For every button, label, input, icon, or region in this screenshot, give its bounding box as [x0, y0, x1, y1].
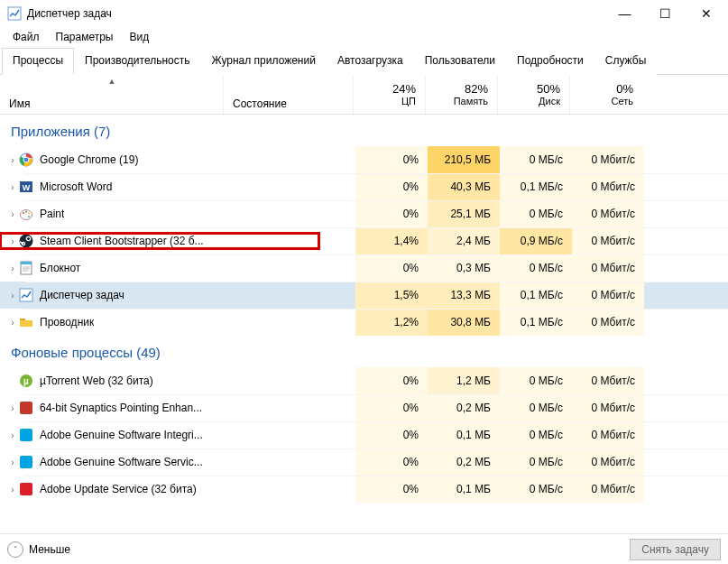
taskmgr-icon: [18, 287, 34, 303]
fewer-details-button[interactable]: ˄ Меньше: [7, 541, 70, 558]
cpu-value: 0%: [355, 476, 428, 503]
tabs: ПроцессыПроизводительностьЖурнал приложе…: [0, 47, 728, 75]
menu-view[interactable]: Вид: [122, 29, 156, 45]
process-list[interactable]: Приложения (7)›Google Chrome (19)0%210,5…: [0, 115, 728, 533]
tab-службы[interactable]: Службы: [594, 48, 657, 75]
process-name-cell: ›Paint: [0, 206, 319, 222]
col-network[interactable]: 0% Сеть: [570, 75, 642, 114]
process-row[interactable]: ›Steam Client Bootstrapper (32 б...1,4%2…: [0, 227, 728, 254]
process-name-cell: ›Google Chrome (19): [0, 152, 319, 168]
process-row[interactable]: µµTorrent Web (32 бита)0%1,2 МБ0 МБ/с0 М…: [0, 367, 728, 394]
process-name: Paint: [40, 208, 64, 220]
process-name: Adobe Update Service (32 бита): [40, 483, 197, 495]
expand-chevron-icon[interactable]: ›: [0, 318, 18, 328]
process-row[interactable]: ›WMicrosoft Word0%40,3 МБ0,1 МБ/с0 Мбит/…: [0, 173, 728, 200]
disk-value: 0,1 МБ/с: [500, 282, 572, 309]
menu-options[interactable]: Параметры: [49, 29, 121, 45]
col-status[interactable]: Состояние: [224, 75, 354, 114]
expand-chevron-icon[interactable]: ›: [0, 291, 18, 300]
svg-rect-21: [20, 319, 25, 320]
memory-value: 0,1 МБ: [428, 421, 500, 448]
network-value: 0 Мбит/с: [572, 367, 644, 394]
process-row[interactable]: ›Paint0%25,1 МБ0 МБ/с0 Мбит/с: [0, 200, 728, 227]
memory-percent: 82%: [465, 82, 488, 96]
tab-подробности[interactable]: Подробности: [506, 48, 594, 75]
process-row[interactable]: ›Adobe Update Service (32 бита)0%0,1 МБ0…: [0, 476, 728, 503]
adobe-icon: [18, 427, 34, 443]
disk-value: 0,1 МБ/с: [500, 309, 572, 336]
disk-value: 0 МБ/с: [500, 421, 572, 448]
process-row[interactable]: ›Проводник1,2%30,8 МБ0,1 МБ/с0 Мбит/с: [0, 309, 728, 336]
network-value: 0 Мбит/с: [572, 394, 644, 421]
expand-chevron-icon[interactable]: ›: [0, 403, 18, 413]
svg-text:µ: µ: [23, 376, 29, 386]
svg-rect-0: [8, 7, 21, 20]
memory-value: 30,8 МБ: [428, 309, 500, 336]
cpu-value: 1,4%: [355, 227, 428, 254]
adobered-icon: [18, 481, 34, 497]
col-disk[interactable]: 50% Диск: [498, 75, 570, 114]
memory-value: 0,1 МБ: [428, 476, 500, 503]
minimize-button[interactable]: —: [604, 1, 645, 26]
col-cpu[interactable]: 24% ЦП: [354, 75, 426, 114]
menubar: Файл Параметры Вид: [0, 27, 728, 47]
end-task-button[interactable]: Снять задачу: [630, 539, 721, 560]
disk-value: 0 МБ/с: [500, 394, 572, 421]
expand-chevron-icon[interactable]: ›: [0, 458, 18, 467]
process-name: Google Chrome (19): [40, 153, 138, 166]
sort-indicator-icon: ▲: [103, 77, 121, 86]
process-name: Adobe Genuine Software Servic...: [40, 456, 203, 468]
expand-chevron-icon[interactable]: ›: [0, 209, 18, 219]
process-row[interactable]: ›Adobe Genuine Software Integri...0%0,1 …: [0, 421, 728, 448]
col-name[interactable]: ▲ Имя: [0, 75, 224, 114]
explorer-icon: [18, 314, 34, 330]
disk-value: 0 МБ/с: [500, 254, 572, 282]
disk-value: 0 МБ/с: [500, 146, 572, 173]
group-heading: Приложения (7): [0, 115, 728, 146]
tab-пользователи[interactable]: Пользователи: [414, 48, 506, 75]
fewer-details-label: Меньше: [29, 543, 70, 556]
svg-rect-26: [20, 456, 32, 468]
tab-журнал приложений[interactable]: Журнал приложений: [201, 48, 327, 75]
svg-point-3: [23, 157, 29, 162]
process-name: µTorrent Web (32 бита): [40, 374, 153, 387]
expand-chevron-icon[interactable]: ›: [0, 182, 18, 192]
cpu-percent: 24%: [392, 82, 416, 96]
menu-file[interactable]: Файл: [5, 29, 47, 45]
process-name: Adobe Genuine Software Integri...: [40, 429, 203, 441]
expand-chevron-icon[interactable]: ›: [0, 155, 18, 165]
maximize-button[interactable]: ☐: [645, 1, 686, 26]
disk-label: Диск: [539, 96, 560, 106]
memory-label: Память: [454, 96, 488, 106]
svg-point-11: [20, 235, 33, 248]
expand-chevron-icon[interactable]: ›: [0, 430, 18, 440]
svg-point-9: [28, 212, 30, 214]
col-memory[interactable]: 82% Память: [426, 75, 498, 114]
expand-chevron-icon[interactable]: ›: [0, 264, 18, 273]
process-row[interactable]: ›Google Chrome (19)0%210,5 МБ0 МБ/с0 Мби…: [0, 146, 728, 173]
process-row[interactable]: ›Adobe Genuine Software Servic...0%0,2 М…: [0, 448, 728, 476]
disk-value: 0,1 МБ/с: [500, 173, 572, 200]
close-button[interactable]: ✕: [686, 1, 726, 26]
synap-icon: [18, 400, 34, 416]
memory-value: 40,3 МБ: [428, 173, 500, 200]
app-icon: [7, 6, 22, 21]
expand-chevron-icon[interactable]: ›: [0, 236, 18, 246]
process-row[interactable]: ›Блокнот0%0,3 МБ0 МБ/с0 Мбит/с: [0, 254, 728, 282]
network-value: 0 Мбит/с: [572, 309, 644, 336]
svg-point-10: [28, 216, 30, 217]
process-row[interactable]: ›Диспетчер задач1,5%13,3 МБ0,1 МБ/с0 Мби…: [0, 282, 728, 309]
process-row[interactable]: ›64-bit Synaptics Pointing Enhan...0%0,2…: [0, 394, 728, 421]
process-name: Microsoft Word: [40, 180, 112, 193]
chevron-up-icon: ˄: [7, 541, 23, 558]
tab-процессы[interactable]: Процессы: [2, 48, 74, 75]
memory-value: 1,2 МБ: [428, 367, 500, 394]
chrome-icon: [18, 152, 34, 168]
disk-value: 0 МБ/с: [500, 200, 572, 227]
tab-производительность[interactable]: Производительность: [74, 48, 200, 75]
expand-chevron-icon[interactable]: ›: [0, 485, 18, 495]
disk-value: 0 МБ/с: [500, 476, 572, 503]
tab-автозагрузка[interactable]: Автозагрузка: [327, 48, 414, 75]
network-value: 0 Мбит/с: [572, 200, 644, 227]
adobe-icon: [18, 454, 34, 470]
